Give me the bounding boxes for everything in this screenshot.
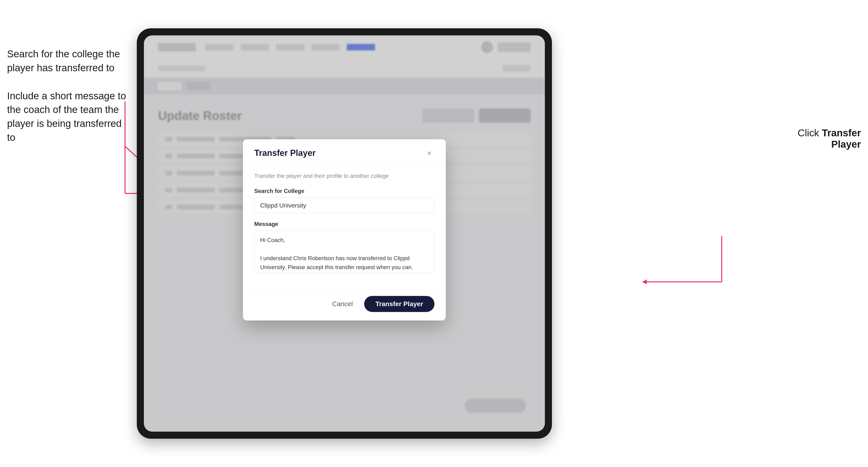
annotation-message-text: Include a short message to the coach of … [7, 89, 130, 145]
message-textarea[interactable]: Hi Coach, I understand Chris Robertson h… [254, 231, 434, 273]
modal-title: Transfer Player [254, 148, 316, 158]
annotation-click-text: Click Transfer Player [767, 127, 861, 150]
annotation-right: Click Transfer Player [767, 127, 861, 150]
message-label: Message [254, 221, 434, 227]
modal-body: Transfer the player and their profile to… [243, 164, 446, 290]
search-college-input[interactable] [254, 198, 434, 213]
transfer-player-modal: Transfer Player × Transfer the player an… [243, 139, 446, 320]
cancel-button[interactable]: Cancel [327, 298, 358, 311]
tablet-frame: Update Roster [137, 28, 552, 439]
tablet-screen: Update Roster [144, 35, 545, 432]
search-college-label: Search for College [254, 188, 434, 194]
transfer-player-button[interactable]: Transfer Player [364, 296, 434, 312]
annotation-left: Search for the college the player has tr… [7, 47, 130, 159]
modal-close-button[interactable]: × [424, 148, 434, 158]
svg-marker-7 [642, 280, 647, 284]
message-group: Message Hi Coach, I understand Chris Rob… [254, 221, 434, 274]
modal-header: Transfer Player × [243, 139, 446, 164]
modal-subtitle: Transfer the player and their profile to… [254, 173, 434, 179]
modal-footer: Cancel Transfer Player [243, 290, 446, 320]
search-college-group: Search for College [254, 188, 434, 213]
annotation-search-text: Search for the college the player has tr… [7, 47, 130, 75]
